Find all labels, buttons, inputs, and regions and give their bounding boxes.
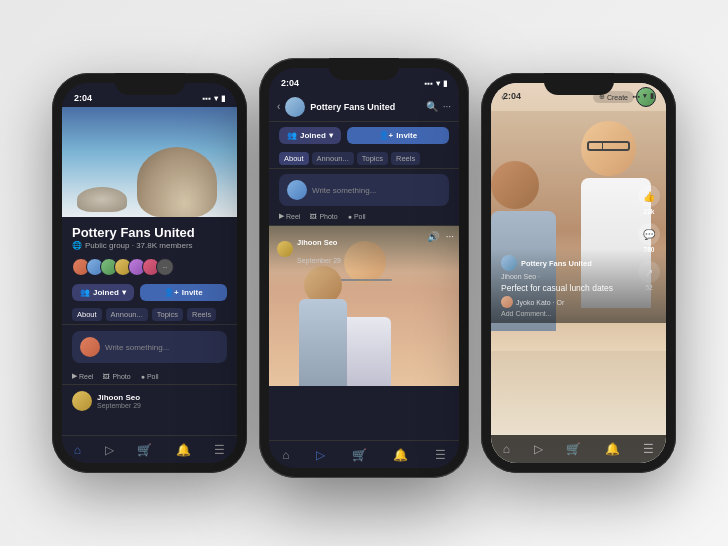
tab-topics-center[interactable]: Topics (357, 152, 388, 165)
group-avatar-center (285, 97, 305, 117)
battery-icon: ▮ (221, 94, 225, 103)
video-icon-left[interactable]: ▷ (105, 443, 114, 457)
photo-action-center[interactable]: 🖼 Photo (310, 212, 337, 220)
video-icon-right[interactable]: ▷ (534, 442, 543, 456)
joined-button-left[interactable]: 👥 Joined ▾ (72, 284, 134, 301)
phone-left: 2:04 ▪▪▪ ▾ ▮ Pottery Fans United 🌐 Publi… (52, 73, 247, 473)
invite-icon-c: 👤+ (379, 131, 394, 140)
comment-text: Jyoko Kato · Or (516, 299, 564, 306)
notch-center (329, 58, 399, 80)
back-icon-center[interactable]: ‹ (277, 101, 280, 112)
post-avatar-left (80, 337, 100, 357)
menu-icon-center[interactable]: ☰ (435, 448, 446, 462)
bottom-nav-center: ⌂ ▷ 🛒 🔔 ☰ (269, 440, 459, 468)
bell-icon-right[interactable]: 🔔 (605, 442, 620, 456)
signal-icon-c: ▪▪▪ (424, 79, 433, 88)
avatar-more: ··· (156, 258, 174, 276)
poll-icon: ● (141, 373, 145, 380)
video-icon-center[interactable]: ▷ (316, 448, 325, 462)
menu-icon-right[interactable]: ☰ (643, 442, 654, 456)
time-right: 2:04 (503, 91, 521, 101)
poll-action-left[interactable]: ● Poll (141, 372, 159, 380)
like-action[interactable]: 👍 22k (638, 185, 660, 215)
post-placeholder-left: Write something... (105, 343, 169, 352)
joined-button-center[interactable]: 👥 Joined ▾ (279, 127, 341, 144)
member-avatars-left: ··· (62, 254, 237, 280)
reel-icon-c: ▶ (279, 212, 284, 220)
status-icons-left: ▪▪▪ ▾ ▮ (202, 94, 225, 103)
nav-tabs-left: About Announ... Topics Reels (62, 305, 237, 325)
feed-name-left: Jihoon Seo (97, 393, 141, 402)
signal-icon-r: ▪▪▪ (633, 93, 640, 100)
post-box-left[interactable]: Write something... (72, 331, 227, 363)
commenter-avatar (501, 296, 513, 308)
invite-button-center[interactable]: 👤+ Invite (347, 127, 449, 144)
photo-icon-c: 🖼 (310, 213, 317, 220)
store-icon-right[interactable]: 🛒 (566, 442, 581, 456)
search-icon-center[interactable]: 🔍 (426, 101, 438, 112)
bell-icon-left[interactable]: 🔔 (176, 443, 191, 457)
add-comment[interactable]: Add Comment... (501, 310, 656, 317)
tab-about-center[interactable]: About (279, 152, 309, 165)
feed-avatar-left (72, 391, 92, 411)
invite-button-left[interactable]: 👤+ Invite (140, 284, 227, 301)
glasses-left (337, 279, 392, 281)
mp2-head (491, 161, 539, 209)
poll-icon-c: ● (348, 213, 352, 220)
nav-tabs-center: About Announ... Topics Reels (269, 149, 459, 169)
reel-action-left[interactable]: ▶ Reel (72, 372, 93, 380)
home-icon-center[interactable]: ⌂ (282, 448, 289, 462)
bell-icon-center[interactable]: 🔔 (393, 448, 408, 462)
time-left: 2:04 (74, 93, 92, 103)
author-row: Jihoon Seo · (501, 273, 656, 280)
hero-image-left (62, 107, 237, 217)
tab-announce-center[interactable]: Announ... (312, 152, 354, 165)
post-actions-center: ▶ Reel 🖼 Photo ● Poll (269, 209, 459, 226)
group-info-left: Pottery Fans United 🌐 Public group · 37.… (62, 217, 237, 254)
tab-reels-left[interactable]: Reels (187, 308, 216, 321)
photo-action-left[interactable]: 🖼 Photo (103, 372, 130, 380)
store-icon-center[interactable]: 🛒 (352, 448, 367, 462)
notch-left (115, 73, 185, 95)
wifi-icon-c: ▾ (436, 79, 440, 88)
battery-icon-c: ▮ (443, 79, 447, 88)
phone-right: 2:04 ▪▪▪ ▾ ▮ ‹ ⊕ Create (481, 73, 676, 473)
tab-reels-center[interactable]: Reels (391, 152, 420, 165)
mp1-head (581, 121, 636, 176)
glasses-bridge (602, 143, 603, 151)
video-more-icon[interactable]: ··· (446, 231, 454, 242)
battery-icon-r: ▮ (650, 92, 654, 100)
header-center: ‹ Pottery Fans United 🔍 ··· (269, 92, 459, 122)
chevron-down-icon: ▾ (122, 288, 126, 297)
feed-item-left: Jihoon Seo September 29 (62, 384, 237, 419)
comment-icon[interactable]: 💬 (638, 223, 660, 245)
reel-icon: ▶ (72, 372, 77, 380)
post-box-center[interactable]: Write something... (279, 174, 449, 206)
video-feed-avatar (277, 241, 293, 257)
post-avatar-center (287, 180, 307, 200)
globe-icon: 🌐 (72, 241, 82, 250)
sound-icon[interactable]: 🔊 (427, 231, 439, 242)
group-icon-c: 👥 (287, 131, 297, 140)
poll-action-center[interactable]: ● Poll (348, 212, 366, 220)
joined-icon: 👥 (80, 288, 90, 297)
more-icon-center[interactable]: ··· (443, 101, 451, 112)
home-icon-left[interactable]: ⌂ (74, 443, 81, 457)
header-title-center: Pottery Fans United (310, 102, 420, 112)
store-icon-left[interactable]: 🛒 (137, 443, 152, 457)
like-icon[interactable]: 👍 (638, 185, 660, 207)
tab-topics-left[interactable]: Topics (152, 308, 183, 321)
tab-announcements-left[interactable]: Announ... (106, 308, 148, 321)
reel-action-center[interactable]: ▶ Reel (279, 212, 300, 220)
group-meta-left: 🌐 Public group · 37.8K members (72, 241, 227, 250)
home-icon-right[interactable]: ⌂ (503, 442, 510, 456)
video-username: Jihoon Seo (297, 238, 337, 247)
tab-about-left[interactable]: About (72, 308, 102, 321)
menu-icon-left[interactable]: ☰ (214, 443, 225, 457)
hero-bowl (77, 187, 127, 212)
feed-user-left: Jihoon Seo September 29 (72, 391, 227, 411)
hero-pottery (137, 147, 217, 217)
chevron-c: ▾ (329, 131, 333, 140)
bottom-info: Pottery Fans United Jihoon Seo · Perfect… (491, 249, 666, 323)
fullscreen-content: 2:04 ▪▪▪ ▾ ▮ ‹ ⊕ Create (491, 83, 666, 463)
